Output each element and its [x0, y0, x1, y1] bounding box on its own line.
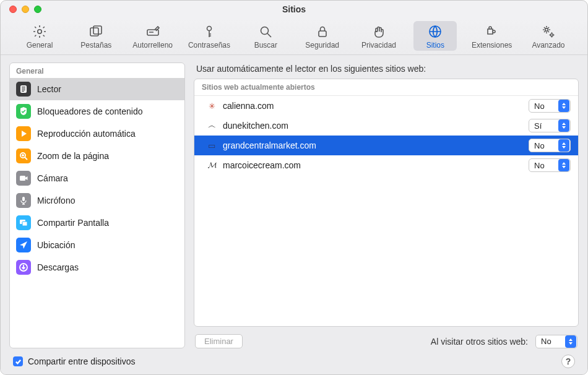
toolbar-tab-label: Buscar	[254, 41, 277, 50]
toolbar-tab-tabs[interactable]: Pestañas	[74, 21, 118, 51]
sidebar-item-label: Micrófono	[37, 196, 75, 205]
share-across-devices-checkbox[interactable]	[13, 356, 23, 366]
website-reader-select[interactable]: Sí	[529, 119, 571, 132]
toolbar-tab-extensions[interactable]: Extensiones	[470, 21, 514, 51]
sidebar-item-blockers[interactable]: Bloqueadores de contenido	[10, 100, 184, 123]
remove-button[interactable]: Eliminar	[195, 334, 243, 348]
svg-point-9	[550, 33, 553, 36]
shield-icon	[16, 104, 31, 119]
zoom-icon	[16, 149, 31, 163]
website-domain: calienna.com	[223, 101, 522, 111]
chevron-updown-icon	[565, 335, 576, 348]
preferences-toolbar: GeneralPestañasAutorrellenoContraseñasBu…	[1, 18, 587, 55]
sidebar-item-zoom[interactable]: Zoom de la página	[10, 145, 184, 167]
sidebar-item-autoplay[interactable]: Reproducción automática	[10, 123, 184, 145]
sidebar-section-header: General	[10, 63, 184, 78]
detail-pane: Usar automáticamente el lector en los si…	[194, 62, 579, 348]
gear-icon	[32, 24, 48, 40]
list-section-header: Sitios web actualmente abiertos	[194, 79, 578, 96]
toolbar-tab-label: General	[27, 41, 53, 50]
website-domain: dunekitchen.com	[223, 121, 522, 131]
svg-rect-12	[22, 88, 25, 89]
preferences-window: Sitios GeneralPestañasAutorrellenoContra…	[0, 0, 588, 375]
location-icon	[16, 238, 31, 252]
toolbar-tab-label: Pestañas	[80, 41, 111, 50]
content-area: General LectorBloqueadores de contenidoR…	[1, 55, 587, 374]
svg-point-0	[38, 29, 41, 33]
sidebar-item-label: Descargas	[37, 262, 79, 272]
titlebar: Sitios	[1, 1, 587, 18]
website-row[interactable]: ෴dunekitchen.comSí	[194, 116, 578, 136]
toolbar-tab-privacy[interactable]: Privacidad	[357, 21, 400, 51]
play-icon	[16, 126, 31, 141]
visiting-other-sites-select[interactable]: No	[535, 335, 577, 348]
toolbar-tab-advanced[interactable]: Avanzado	[527, 21, 570, 51]
svg-rect-19	[22, 222, 27, 226]
toolbar-tab-security[interactable]: Seguridad	[301, 21, 344, 51]
toolbar-tab-search[interactable]: Buscar	[244, 21, 287, 51]
footer: Compartir entre dispositivos ?	[9, 353, 579, 368]
sidebar-item-camera[interactable]: Cámara	[10, 167, 184, 189]
gears-icon	[540, 24, 556, 40]
sidebar-item-reader[interactable]: Lector	[10, 78, 184, 100]
svg-rect-14	[22, 91, 24, 92]
toolbar-tab-label: Avanzado	[532, 41, 564, 50]
sidebar-item-label: Zoom de la página	[37, 151, 109, 161]
favicon-icon: ෴	[207, 121, 217, 131]
toolbar-tab-label: Seguridad	[305, 41, 339, 50]
toolbar-tab-label: Extensiones	[472, 41, 512, 50]
reader-icon	[16, 82, 31, 97]
mic-icon	[16, 193, 31, 208]
share-across-devices-label: Compartir entre dispositivos	[28, 356, 136, 366]
visiting-other-sites-label: Al visitar otros sitios web:	[431, 337, 528, 347]
camera-icon	[16, 171, 31, 186]
chevron-updown-icon	[558, 100, 569, 112]
puzzle-icon	[484, 24, 500, 40]
website-domain: grandcentralmarket.com	[223, 140, 522, 150]
magnify-icon	[257, 24, 274, 40]
sidebar-item-label: Ubicación	[37, 240, 75, 250]
detail-title: Usar automáticamente el lector en los si…	[194, 62, 579, 74]
website-row[interactable]: ✳calienna.comNo	[194, 96, 578, 116]
pencil-box-icon	[145, 24, 161, 40]
website-domain: marcoicecream.com	[223, 160, 522, 170]
svg-rect-11	[22, 87, 25, 87]
sidebar-item-label: Cámara	[37, 173, 68, 183]
websites-sidebar: General LectorBloqueadores de contenidoR…	[9, 62, 185, 348]
sidebar-item-label: Lector	[37, 84, 61, 94]
website-reader-value: No	[534, 101, 545, 111]
website-reader-value: No	[534, 141, 545, 150]
website-reader-select[interactable]: No	[529, 139, 571, 152]
sidebar-item-label: Bloqueadores de contenido	[37, 106, 142, 116]
svg-rect-6	[319, 31, 326, 37]
panes: General LectorBloqueadores de contenidoR…	[9, 62, 579, 348]
svg-rect-17	[22, 197, 25, 201]
window-title: Sitios	[1, 4, 587, 14]
chevron-updown-icon	[558, 139, 569, 152]
toolbar-tab-general[interactable]: General	[18, 21, 61, 51]
website-row[interactable]: 𝓜marcoicecream.comNo	[194, 155, 578, 175]
website-reader-select[interactable]: No	[529, 158, 571, 172]
sidebar-item-mic[interactable]: Micrófono	[10, 189, 184, 212]
help-button[interactable]: ?	[561, 355, 575, 368]
toolbar-tab-autofill[interactable]: Autorrelleno	[131, 21, 175, 51]
website-row[interactable]: ▭grandcentralmarket.comNo	[194, 136, 578, 155]
sidebar-item-screenshare[interactable]: Compartir Pantalla	[10, 212, 184, 234]
sidebar-item-label: Reproducción automática	[37, 129, 136, 139]
tabs-icon	[88, 24, 104, 40]
svg-rect-16	[20, 176, 25, 181]
sidebar-item-location[interactable]: Ubicación	[10, 234, 184, 256]
website-reader-value: No	[534, 161, 545, 170]
toolbar-tab-label: Autorrelleno	[132, 41, 173, 50]
svg-point-5	[261, 27, 269, 34]
website-reader-select[interactable]: No	[529, 99, 571, 113]
sidebar-item-downloads[interactable]: Descargas	[10, 256, 184, 278]
svg-point-8	[545, 28, 548, 31]
favicon-icon: ✳	[207, 101, 217, 111]
toolbar-tab-passwords[interactable]: Contraseñas	[188, 21, 231, 51]
favicon-icon: 𝓜	[207, 160, 217, 170]
toolbar-tab-websites[interactable]: Sitios	[413, 21, 457, 51]
screens-icon	[16, 215, 31, 230]
toolbar-tab-label: Contraseñas	[188, 41, 230, 50]
download-icon	[16, 260, 31, 275]
